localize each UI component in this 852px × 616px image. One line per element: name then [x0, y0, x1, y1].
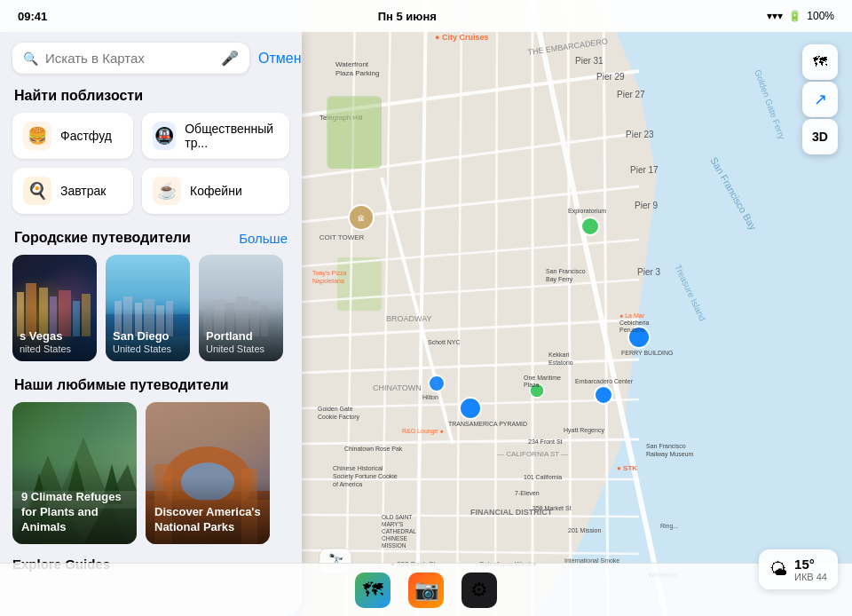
sandiego-card-name: San Diego: [113, 329, 183, 344]
svg-text:Kekkari: Kekkari: [548, 351, 570, 358]
svg-text:Schott NYC: Schott NYC: [428, 339, 461, 345]
svg-point-60: [429, 375, 445, 391]
status-bar: 09:41 Пн 5 июня ▾▾▾ 🔋 100%: [0, 0, 852, 32]
svg-text:101 California: 101 California: [524, 474, 562, 480]
svg-text:R&G Lounge ●: R&G Lounge ●: [402, 428, 444, 435]
vegas-card-overlay: s Vegas nited States: [12, 308, 97, 361]
svg-text:Exploratorium: Exploratorium: [568, 208, 606, 215]
svg-text:San Francisco: San Francisco: [646, 443, 686, 449]
city-cards-row: s Vegas nited States San Diego United St…: [0, 255, 302, 374]
svg-text:San Francisco: San Francisco: [546, 268, 586, 274]
search-input-wrap[interactable]: 🔍 🎤: [12, 43, 249, 74]
map-icon: 🗺: [813, 54, 827, 70]
portland-card-name: Portland: [206, 329, 276, 344]
svg-text:Pier 29: Pier 29: [596, 72, 625, 82]
svg-text:Bay Ferry: Bay Ferry: [546, 276, 573, 283]
fav-card-parks[interactable]: Discover America's National Parks: [146, 402, 270, 544]
status-day: Пн 5 июня: [378, 10, 437, 23]
svg-text:Society Fortune Cookie: Society Fortune Cookie: [333, 473, 398, 480]
svg-text:Pier 3: Pier 3: [637, 267, 661, 277]
map-view-button[interactable]: 🗺: [802, 44, 838, 80]
svg-text:Peruiana: Peruiana: [619, 327, 644, 333]
svg-text:CATHEDRAL: CATHEDRAL: [382, 528, 416, 534]
portland-card-overlay: Portland United States: [199, 308, 283, 361]
svg-text:Ring...: Ring...: [660, 523, 678, 530]
wifi-icon: ▾▾▾: [767, 10, 783, 22]
city-guides-title: Городские путеводители: [14, 230, 191, 246]
svg-point-45: [460, 398, 481, 419]
svg-text:BROADWAY: BROADWAY: [386, 314, 432, 323]
svg-text:TRANSAMERICA PYRAMID: TRANSAMERICA PYRAMID: [448, 421, 527, 427]
weather-temp: 15°: [794, 557, 827, 572]
mic-icon[interactable]: 🎤: [221, 50, 239, 67]
battery-level: 100%: [807, 10, 834, 22]
svg-text:Golden Gate: Golden Gate: [318, 406, 353, 412]
svg-point-56: [595, 386, 612, 404]
svg-text:One Maritime: One Maritime: [524, 375, 561, 381]
categories-grid: 🍔 Фастфуд 🚇 Общественный тр... 🍳 Завтрак…: [0, 113, 302, 226]
transit-icon: 🚇: [153, 122, 176, 150]
search-input[interactable]: [45, 51, 214, 66]
svg-text:Plaza Parking: Plaza Parking: [335, 69, 379, 77]
category-transit[interactable]: 🚇 Общественный тр...: [142, 113, 289, 159]
svg-text:Cebicheria: Cebicheria: [619, 320, 650, 326]
category-fastfood[interactable]: 🍔 Фастфуд: [12, 113, 133, 159]
parks-card-title: Discover America's National Parks: [154, 505, 261, 535]
svg-text:● La Mar: ● La Mar: [619, 312, 645, 319]
coffee-icon: ☕: [153, 177, 181, 205]
sandiego-card-country: United States: [113, 344, 183, 354]
battery-icon: 🔋: [788, 10, 801, 22]
fav-card-climate[interactable]: 9 Climate Refuges for Plants and Animals: [12, 402, 137, 544]
3d-button[interactable]: 3D: [802, 119, 838, 154]
maps-icon: 🗺: [363, 579, 383, 602]
weather-detail: ИКВ 44: [794, 572, 827, 582]
svg-text:234 Front St: 234 Front St: [528, 438, 563, 445]
city-card-sandiego[interactable]: San Diego United States: [106, 255, 190, 361]
svg-rect-3: [337, 257, 382, 311]
svg-text:COIT TOWER: COIT TOWER: [320, 233, 365, 241]
svg-text:Chinatown Rose Pak: Chinatown Rose Pak: [344, 446, 403, 452]
dock-bar: 🗺 📷 ⚙: [0, 563, 852, 616]
svg-text:Napoletana: Napoletana: [312, 278, 344, 285]
svg-text:of America: of America: [333, 481, 362, 487]
svg-text:🏛: 🏛: [358, 214, 365, 223]
city-card-vegas[interactable]: s Vegas nited States: [12, 255, 97, 361]
weather-icon: 🌤: [769, 559, 787, 580]
svg-text:Pier 27: Pier 27: [617, 90, 645, 99]
city-card-portland[interactable]: Portland United States: [199, 255, 283, 361]
search-icon: 🔍: [23, 51, 38, 66]
search-panel: 🔍 🎤 Отменить Найти поблизости 🍔 Фастфуд …: [0, 32, 302, 616]
dock-maps-icon[interactable]: 🗺: [355, 573, 390, 608]
svg-text:CHINESE: CHINESE: [382, 535, 408, 541]
svg-text:Hilton: Hilton: [422, 394, 438, 400]
dock-settings-icon[interactable]: ⚙: [462, 573, 497, 608]
dock-photos-icon[interactable]: 📷: [408, 573, 444, 608]
fav-guides-row: 9 Climate Refuges for Plants and Animals…: [0, 402, 302, 557]
cancel-button[interactable]: Отменить: [258, 51, 302, 67]
status-time: 09:41: [18, 10, 47, 23]
svg-rect-53: [327, 96, 382, 169]
svg-text:358 Market St: 358 Market St: [532, 505, 572, 511]
location-button[interactable]: ↗: [802, 82, 838, 117]
svg-text:Chinese Historical: Chinese Historical: [333, 465, 383, 471]
breakfast-icon: 🍳: [23, 177, 51, 205]
svg-point-47: [581, 217, 599, 235]
city-guides-more-button[interactable]: Больше: [239, 231, 288, 246]
city-guides-header: Городские путеводители Больше: [0, 226, 302, 255]
fav-guides-header: Наши любимые путеводители: [0, 374, 302, 402]
svg-text:● STK: ● STK: [617, 464, 637, 472]
nearby-section-title: Найти поблизости: [0, 83, 302, 113]
fav-guides-title: Наши любимые путеводители: [14, 377, 229, 393]
sandiego-card-overlay: San Diego United States: [106, 308, 190, 361]
svg-text:Pier 17: Pier 17: [630, 165, 659, 175]
search-bar-row: 🔍 🎤 Отменить: [0, 32, 302, 83]
climate-card-text: 9 Climate Refuges for Plants and Animals: [12, 463, 137, 544]
location-icon: ↗: [814, 90, 827, 109]
category-coffee[interactable]: ☕ Кофейни: [142, 168, 289, 214]
fastfood-label: Фастфуд: [60, 129, 112, 143]
status-right: ▾▾▾ 🔋 100%: [767, 10, 834, 22]
svg-text:MARY'S: MARY'S: [382, 521, 404, 527]
category-breakfast[interactable]: 🍳 Завтрак: [12, 168, 133, 214]
breakfast-label: Завтрак: [60, 184, 106, 198]
svg-text:Hyatt Regency: Hyatt Regency: [564, 427, 604, 434]
